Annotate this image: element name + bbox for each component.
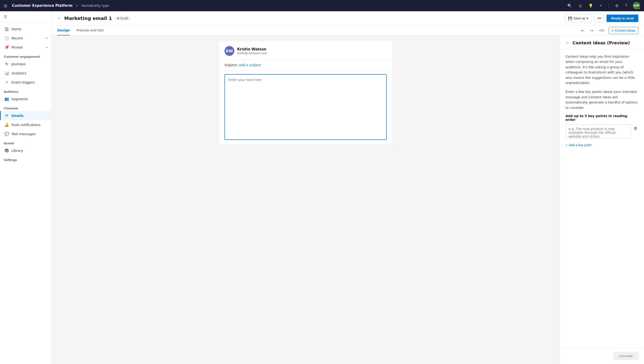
page-title: Marketing email 1 [64, 16, 112, 21]
sidebar-item-event-triggers-label: Event triggers [12, 81, 35, 84]
right-panel-footer: Generate [560, 348, 644, 364]
status-dot [117, 17, 119, 19]
code-button[interactable]: </> [597, 27, 607, 34]
help-icon[interactable]: ? [624, 3, 628, 9]
right-panel-back-button[interactable]: ← [566, 40, 570, 45]
sidebar-item-recent[interactable]: 🕐 Recent ▾ [0, 34, 51, 43]
right-panel: ← Content ideas (Preview) Content ideas … [560, 36, 644, 364]
emails-icon: ✉ [4, 113, 9, 118]
right-panel-desc-2: Enter a few key points about your intend… [566, 89, 638, 110]
add-key-point-button[interactable]: + Add a key point [566, 142, 592, 148]
avatar[interactable]: KW [633, 2, 640, 9]
section-customer-engagement: Customer engagement [0, 52, 51, 59]
sidebar-item-journeys-label: Journeys [12, 62, 26, 66]
add-key-point-label: Add a key point [569, 143, 592, 147]
sidebar-header: ☰ [0, 11, 51, 23]
sidebar-item-recent-label: Recent [12, 36, 23, 40]
sidebar-collapse-icon[interactable]: ☰ [4, 15, 7, 19]
content-ideas-label: Content Ideas [615, 29, 635, 32]
generate-button[interactable]: Generate [614, 352, 638, 360]
save-label: Save as [574, 17, 586, 20]
grid-icon[interactable]: ⊞ [4, 3, 7, 8]
sidebar-item-segments[interactable]: 👥 Segments [0, 94, 51, 103]
settings-icon[interactable]: ⚙ [614, 3, 620, 9]
email-body-input[interactable] [224, 74, 387, 140]
key-point-row: 🗑 [566, 124, 638, 138]
app-title-chevron[interactable]: ▾ [76, 4, 78, 7]
email-main: KW Kristin Watson hello@contoso.com Subj… [52, 36, 644, 364]
search-icon[interactable]: 🔍 [566, 3, 573, 9]
journeys-icon: ↻ [4, 62, 9, 66]
sidebar-item-library[interactable]: 📚 Library [0, 146, 51, 155]
toolbar-icons: ↩ ↪ </> ≡ Content Ideas [579, 27, 638, 35]
email-body [219, 70, 392, 144]
sidebar-item-event-triggers[interactable]: ⚡ Event triggers [0, 78, 51, 87]
app-title: Customer Experience Platform [12, 4, 72, 8]
text-messages-icon: 💬 [4, 132, 9, 136]
content-ideas-button[interactable]: ≡ Content Ideas [608, 27, 638, 34]
right-panel-body: Content ideas help you find inspiration … [560, 49, 644, 152]
key-point-input[interactable] [566, 124, 631, 138]
right-panel-desc-1: Content ideas help you find inspiration … [566, 54, 638, 85]
recent-icon: 🕐 [4, 36, 9, 40]
avatar-initials: KW [634, 4, 639, 7]
key-point-delete-button[interactable]: 🗑 [633, 125, 638, 131]
sidebar: ☰ 🏠 Home 🕐 Recent ▾ 📌 Pinned ▾ Customer … [0, 11, 52, 364]
analytics-icon: 📊 [4, 71, 9, 75]
sidebar-item-analytics[interactable]: 📊 Analytics [0, 69, 51, 78]
sender-avatar-initials: KW [226, 49, 233, 53]
save-as-button[interactable]: 💾 Save as ▾ [564, 14, 592, 22]
sidebar-item-journeys[interactable]: ↻ Journeys [0, 59, 51, 69]
section-assets: Assets [0, 138, 51, 146]
event-triggers-icon: ⚡ [4, 80, 9, 84]
save-icon: 💾 [568, 17, 572, 20]
email-sender-row: KW Kristin Watson hello@contoso.com [219, 41, 392, 60]
sender-name: Kristin Watson [237, 47, 267, 51]
pin-icon: 📌 [4, 45, 9, 50]
sidebar-item-analytics-label: Analytics [12, 71, 26, 75]
email-canvas: KW Kristin Watson hello@contoso.com Subj… [52, 36, 560, 364]
sender-info: Kristin Watson hello@contoso.com [237, 47, 267, 55]
home-icon: 🏠 [4, 27, 9, 31]
sidebar-item-home[interactable]: 🏠 Home [0, 24, 51, 34]
segments-icon: 👥 [4, 97, 9, 101]
recent-chevron: ▾ [46, 37, 48, 40]
bulb-icon[interactable]: 💡 [588, 3, 594, 9]
content-ideas-icon: ≡ [612, 29, 614, 32]
section-channels: Channels [0, 103, 51, 111]
save-chevron: ▾ [586, 17, 588, 20]
status-label: Draft [120, 17, 128, 20]
subject-add-link[interactable]: Add a subject [239, 63, 261, 67]
topbar-icons: 🔍 ◎ 💡 + ⚙ ? KW [566, 2, 640, 9]
plus-icon[interactable]: + [599, 3, 603, 9]
tabs-bar: Design Preview and test ↩ ↪ </> ≡ Conten… [52, 26, 644, 36]
back-button[interactable]: ← [57, 16, 62, 21]
right-panel-header: ← Content ideas (Preview) [560, 36, 644, 49]
library-icon: 📚 [4, 148, 9, 153]
sidebar-item-emails-label: Emails [12, 114, 24, 118]
target-icon[interactable]: ◎ [578, 3, 583, 9]
more-options-button[interactable]: ••• [594, 14, 604, 23]
main-layout: ☰ 🏠 Home 🕐 Recent ▾ 📌 Pinned ▾ Customer … [0, 11, 644, 364]
sidebar-item-push-notifications[interactable]: 🔔 Push notifications [0, 120, 51, 129]
subject-label: Subject: [224, 63, 238, 67]
entity-type: HomeEntity type [81, 4, 109, 8]
section-settings: Settings [0, 155, 51, 163]
sidebar-item-pinned-label: Pinned [12, 46, 22, 49]
undo-button[interactable]: ↩ [579, 27, 586, 35]
ready-to-send-button[interactable]: Ready to send [606, 15, 638, 22]
content-area: ← Marketing email 1 Draft 💾 Save as ▾ ••… [52, 11, 644, 364]
avatar-status-dot [638, 7, 640, 9]
sidebar-item-emails[interactable]: ✉ Emails [0, 111, 51, 120]
email-card: KW Kristin Watson hello@contoso.com Subj… [219, 41, 392, 144]
sidebar-item-segments-label: Segments [12, 97, 28, 101]
page-header: ← Marketing email 1 Draft 💾 Save as ▾ ••… [52, 11, 644, 26]
topbar: ⊞ Customer Experience Platform ▾ HomeEnt… [0, 0, 644, 11]
sidebar-item-text-messages[interactable]: 💬 Text messages [0, 129, 51, 138]
add-key-point-icon: + [566, 143, 567, 147]
tab-preview-test[interactable]: Preview and test [76, 26, 104, 36]
redo-button[interactable]: ↪ [588, 27, 595, 35]
sender-email: hello@contoso.com [237, 51, 267, 55]
sidebar-item-pinned[interactable]: 📌 Pinned ▾ [0, 43, 51, 52]
tab-design[interactable]: Design [57, 26, 70, 36]
